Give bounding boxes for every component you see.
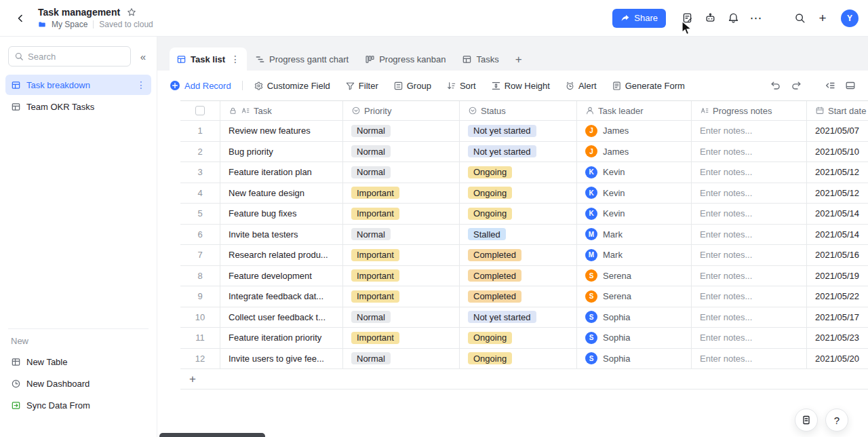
date-cell[interactable]: 2021/05/14 [807,204,868,224]
status-cell[interactable]: Not yet started [460,142,577,162]
alert-button[interactable]: Alert [565,81,597,91]
notes-cell[interactable]: Enter notes... [692,121,807,141]
add-view-button[interactable]: + [507,48,530,71]
task-cell[interactable]: Feature iteration plan [220,162,343,183]
row-number-cell[interactable]: 6 [180,225,220,245]
generate-form-button[interactable]: Generate Form [612,81,685,91]
row-height-button[interactable]: Row Height [491,81,550,91]
notes-cell[interactable]: Enter notes... [692,142,807,162]
favorite-button[interactable] [127,7,136,17]
status-cell[interactable]: Not yet started [460,307,577,328]
leader-cell[interactable]: S Sophia [577,349,692,369]
bug-report-button[interactable] [701,10,719,27]
column-header-task-leader[interactable]: Task leader [577,101,692,120]
notes-cell[interactable]: Enter notes... [692,349,807,369]
row-number-cell[interactable]: 1 [180,121,220,141]
row-number-cell[interactable]: 5 [180,204,220,224]
leader-cell[interactable]: S Sophia [577,307,692,328]
task-cell[interactable]: Feature bug fixes [220,204,343,224]
status-cell[interactable]: Ongoing [460,328,577,348]
status-cell[interactable]: Ongoing [460,183,577,204]
date-cell[interactable]: 2021/05/12 [807,183,868,204]
leader-cell[interactable]: J James [577,142,692,162]
leader-cell[interactable]: S Sophia [577,328,692,348]
search-button[interactable] [791,10,808,27]
date-cell[interactable]: 2021/05/14 [807,225,868,245]
item-more-button[interactable]: ⋮ [136,80,146,90]
row-number-cell[interactable]: 2 [180,142,220,162]
date-cell[interactable]: 2021/05/16 [807,245,868,265]
workspace-name[interactable]: My Space [52,20,87,29]
horizontal-scrollbar-thumb[interactable] [159,433,265,437]
search-box[interactable] [8,46,131,66]
priority-cell[interactable]: Normal [343,307,460,328]
form-button[interactable] [678,10,696,27]
row-number-cell[interactable]: 12 [180,349,220,369]
new-table-button[interactable]: New Table [5,352,151,372]
leader-cell[interactable]: M Mark [577,245,692,265]
more-menu-button[interactable]: ⋯ [747,10,765,27]
tab-more-button[interactable]: ⋮ [231,54,240,64]
row-number-cell[interactable]: 11 [180,328,220,348]
share-button[interactable]: Share [612,9,666,28]
task-cell[interactable]: Review new features [220,121,343,141]
notes-cell[interactable]: Enter notes... [692,183,807,204]
notes-cell[interactable]: Enter notes... [692,286,807,307]
sync-data-button[interactable]: Sync Data From [5,395,151,415]
column-header-task[interactable]: Task [220,101,343,120]
column-header-progress-notes[interactable]: Progress notes [692,101,807,120]
redo-button[interactable] [788,77,804,94]
date-cell[interactable]: 2021/05/19 [807,266,868,286]
collapse-sidebar-button[interactable]: « [136,52,150,62]
status-cell[interactable]: Stalled [460,225,577,245]
status-cell[interactable]: Ongoing [460,204,577,224]
user-avatar[interactable]: Y [841,10,859,27]
sidebar-scroll-down-button[interactable]: ⌄ [0,432,157,437]
priority-cell[interactable]: Important [343,266,460,286]
status-cell[interactable]: Not yet started [460,121,577,141]
priority-cell[interactable]: Normal [343,142,460,162]
column-header-priority[interactable]: Priority [343,101,460,120]
notes-cell[interactable]: Enter notes... [692,162,807,183]
notes-cell[interactable]: Enter notes... [692,245,807,265]
row-number-cell[interactable]: 8 [180,266,220,286]
task-cell[interactable]: Feature iteration priority [220,328,343,348]
task-cell[interactable]: Integrate feedback dat... [220,286,343,307]
date-cell[interactable]: 2021/05/10 [807,142,868,162]
task-cell[interactable]: Bug priority [220,142,343,162]
task-cell[interactable]: Invite beta testers [220,225,343,245]
add-row-button[interactable]: + [180,369,868,390]
date-cell[interactable]: 2021/05/17 [807,307,868,328]
priority-cell[interactable]: Normal [343,349,460,369]
leader-cell[interactable]: S Serena [577,266,692,286]
collapse-fields-button[interactable] [822,77,838,94]
task-cell[interactable]: Collect user feedback t... [220,307,343,328]
task-cell[interactable]: New feature design [220,183,343,204]
new-dashboard-button[interactable]: New Dashboard [5,373,151,394]
group-button[interactable]: Group [393,81,431,91]
date-cell[interactable]: 2021/05/12 [807,162,868,183]
create-new-button[interactable]: + [814,10,831,27]
tab-tasks[interactable]: Tasks [454,48,507,71]
undo-button[interactable] [768,77,784,94]
tab-progress-gantt-chart[interactable]: Progress gantt chart [247,48,357,71]
column-header-status[interactable]: Status [460,101,577,120]
status-cell[interactable]: Completed [460,245,577,265]
row-number-cell[interactable]: 4 [180,183,220,204]
row-number-cell[interactable]: 9 [180,286,220,307]
row-number-cell[interactable]: 3 [180,162,220,183]
tab-task-list[interactable]: Task list ⋮ [170,48,247,71]
task-cell[interactable]: Invite users to give fee... [220,349,343,369]
notes-cell[interactable]: Enter notes... [692,204,807,224]
sort-button[interactable]: Sort [446,81,476,91]
status-cell[interactable]: Ongoing [460,349,577,369]
priority-cell[interactable]: Important [343,183,460,204]
task-cell[interactable]: Feature development [220,266,343,286]
date-cell[interactable]: 2021/05/07 [807,121,868,141]
notes-cell[interactable]: Enter notes... [692,307,807,328]
status-cell[interactable]: Completed [460,266,577,286]
date-cell[interactable]: 2021/05/23 [807,328,868,348]
notes-cell[interactable]: Enter notes... [692,225,807,245]
notes-cell[interactable]: Enter notes... [692,266,807,286]
date-cell[interactable]: 2021/05/22 [807,286,868,307]
